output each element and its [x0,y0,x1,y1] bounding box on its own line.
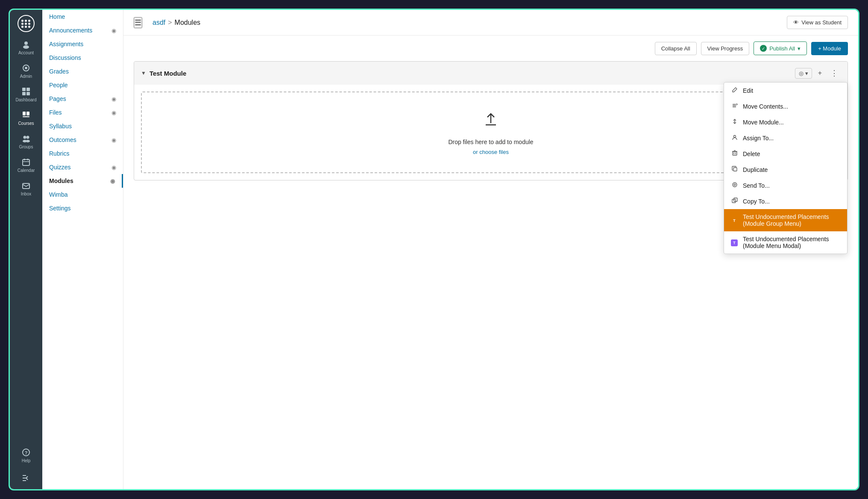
nav-dashboard-label: Dashboard [16,97,37,103]
module-title-area: ▼ Test Module [141,70,186,77]
nav-collapse-button[interactable] [18,471,34,485]
page-header: ☰ asdf > Modules 👁 View as Student [123,10,858,35]
context-menu-lti-group[interactable]: T Test Undocumented Placements (Module G… [724,209,847,231]
course-nav-people[interactable]: People [42,78,123,92]
svg-point-0 [24,41,28,45]
svg-rect-31 [733,152,737,155]
svg-rect-36 [733,168,737,171]
context-menu-delete[interactable]: Delete [724,146,847,162]
nav-item-account[interactable]: Account [12,36,41,59]
course-nav-home[interactable]: Home [42,10,123,24]
admin-icon [21,63,31,73]
publish-check-icon: ✓ [760,45,767,52]
modules-area: ▼ Test Module ◎ ▾ + ⋮ [123,61,858,489]
context-menu-lti-modal[interactable]: T Test Undocumented Placements (Module M… [724,231,847,254]
module-actions: ◎ ▾ + ⋮ [795,67,841,80]
main-content: ☰ asdf > Modules 👁 View as Student Colla… [123,10,858,489]
course-nav-quizzes[interactable]: Quizzes ◉ [42,160,123,174]
course-nav-discussions[interactable]: Discussions [42,51,123,65]
nav-item-help[interactable]: ? Help [12,444,41,467]
svg-point-1 [23,45,29,49]
modules-toolbar: Collapse All View Progress ✓ Publish All… [123,35,858,61]
nav-item-calendar[interactable]: Calendar [12,154,41,177]
publish-chevron: ▾ [798,45,801,52]
announcements-hidden-icon: ◉ [111,27,116,34]
svg-point-11 [23,136,26,139]
help-icon: ? [21,448,31,457]
app-logo[interactable] [17,14,35,33]
svg-point-38 [734,184,736,186]
quizzes-hidden-icon: ◉ [111,164,116,171]
context-menu-copy-to[interactable]: Copy To... [724,193,847,209]
breadcrumb: asdf > Modules [152,19,200,27]
files-hidden-icon: ◉ [111,109,116,116]
module-publish-chevron: ▾ [805,70,808,77]
breadcrumb-course-link[interactable]: asdf [152,19,165,27]
course-nav: Home Announcements ◉ Assignments Discuss… [42,10,123,489]
nav-item-inbox[interactable]: Inbox [12,177,41,200]
svg-rect-8 [23,112,26,115]
nav-item-groups[interactable]: Groups [12,130,41,153]
hamburger-button[interactable]: ☰ [134,17,142,28]
pages-hidden-icon: ◉ [111,96,116,102]
course-nav-rubrics[interactable]: Rubrics [42,147,123,160]
groups-icon [21,134,31,143]
module-header[interactable]: ▼ Test Module ◎ ▾ + ⋮ [134,62,847,85]
move-module-icon [731,118,739,126]
nav-item-courses[interactable]: Courses [12,107,41,130]
svg-rect-19 [23,183,29,189]
calendar-icon [21,157,31,167]
course-nav-wimba[interactable]: Wimba [42,188,123,201]
svg-rect-5 [26,88,30,91]
lti-group-icon: T [731,216,739,224]
eye-icon: 👁 [793,19,799,26]
drop-zone-text: Drop files here to add to module [448,139,533,145]
add-module-button[interactable]: + Module [811,42,848,55]
nav-help-label: Help [22,458,31,464]
inbox-icon [21,181,31,190]
nav-admin-label: Admin [20,74,32,79]
course-nav-syllabus[interactable]: Syllabus [42,119,123,133]
course-nav-grades[interactable]: Grades [42,65,123,78]
context-menu-send-to[interactable]: Send To... [724,177,847,193]
view-as-student-button[interactable]: 👁 View as Student [787,16,848,29]
module-publish-icon: ◎ [799,70,803,77]
course-nav-modules[interactable]: Modules ◉ [42,174,123,188]
modules-hidden-icon: ◉ [110,178,115,184]
course-nav-files[interactable]: Files ◉ [42,106,123,119]
lti-modal-icon: T [731,239,739,246]
svg-point-37 [733,183,737,187]
module-collapse-arrow: ▼ [141,70,146,76]
move-contents-icon [731,103,739,110]
svg-rect-6 [22,92,26,95]
course-nav-pages[interactable]: Pages ◉ [42,92,123,106]
context-menu-move-contents[interactable]: Move Contents... [724,98,847,114]
context-menu-duplicate[interactable]: Duplicate [724,162,847,177]
edit-icon [731,87,739,94]
module-kebab-button[interactable]: ⋮ [828,67,841,80]
nav-account-label: Account [18,50,34,56]
module-publish-button[interactable]: ◎ ▾ [795,68,812,79]
nav-item-admin[interactable]: Admin [12,60,41,83]
course-nav-settings[interactable]: Settings [42,201,123,215]
course-nav-assignments[interactable]: Assignments [42,37,123,51]
svg-text:?: ? [25,450,28,455]
course-nav-announcements[interactable]: Announcements ◉ [42,24,123,37]
module-add-item-button[interactable]: + [815,68,824,79]
view-progress-button[interactable]: View Progress [701,42,750,55]
nav-item-dashboard[interactable]: Dashboard [12,83,41,106]
collapse-all-button[interactable]: Collapse All [655,42,697,55]
context-menu-move-module[interactable]: Move Module... [724,114,847,130]
choose-files-link[interactable]: or choose files [473,149,509,155]
global-nav: Account Admin [10,10,42,489]
context-menu-edit[interactable]: Edit [724,83,847,98]
account-icon [21,40,31,49]
svg-point-12 [26,136,29,139]
courses-icon [21,110,31,120]
svg-rect-4 [22,88,26,91]
nav-calendar-label: Calendar [18,168,35,173]
context-menu-assign-to[interactable]: Assign To... [724,130,847,146]
publish-all-button[interactable]: ✓ Publish All ▾ [754,41,807,55]
nav-inbox-label: Inbox [21,192,31,197]
course-nav-outcomes[interactable]: Outcomes ◉ [42,133,123,147]
